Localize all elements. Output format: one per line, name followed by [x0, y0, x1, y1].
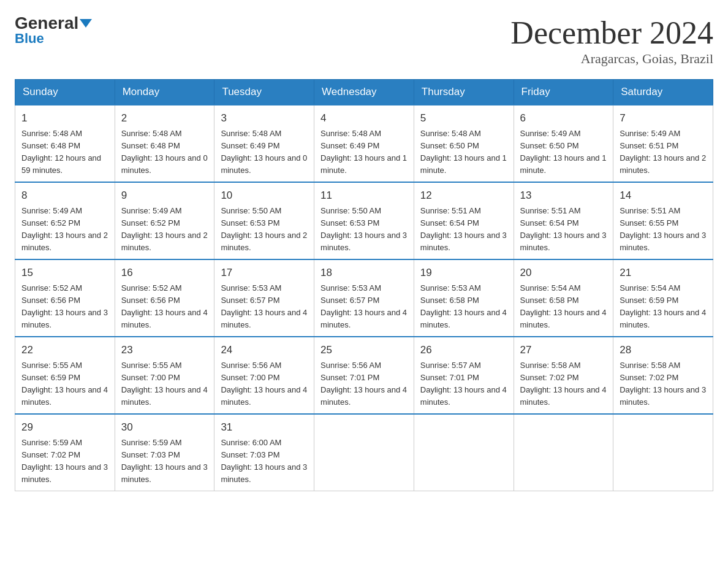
day-header-monday: Monday [115, 80, 214, 105]
day-number: 7 [620, 110, 707, 126]
day-info: Sunrise: 5:48 AMSunset: 6:48 PMDaylight:… [121, 128, 208, 177]
location-title: Aragarcas, Goias, Brazil [510, 51, 713, 67]
calendar-day-cell: 12Sunrise: 5:51 AMSunset: 6:54 PMDayligh… [414, 182, 514, 259]
day-info: Sunrise: 5:58 AMSunset: 7:02 PMDaylight:… [520, 359, 607, 409]
day-info: Sunrise: 5:48 AMSunset: 6:48 PMDaylight:… [21, 128, 108, 177]
day-info: Sunrise: 5:59 AMSunset: 7:02 PMDaylight:… [21, 437, 108, 486]
day-number: 24 [221, 342, 308, 358]
day-info: Sunrise: 5:51 AMSunset: 6:54 PMDaylight:… [420, 205, 507, 255]
calendar-day-cell: 21Sunrise: 5:54 AMSunset: 6:59 PMDayligh… [613, 259, 713, 337]
day-header-wednesday: Wednesday [314, 80, 414, 105]
day-info: Sunrise: 5:49 AMSunset: 6:50 PMDaylight:… [520, 128, 607, 177]
calendar-day-cell: 31Sunrise: 6:00 AMSunset: 7:03 PMDayligh… [214, 414, 314, 491]
day-number: 11 [320, 188, 408, 204]
calendar-day-cell: 3Sunrise: 5:48 AMSunset: 6:49 PMDaylight… [214, 105, 314, 182]
day-info: Sunrise: 5:49 AMSunset: 6:51 PMDaylight:… [620, 128, 707, 177]
day-info: Sunrise: 5:48 AMSunset: 6:50 PMDaylight:… [420, 128, 507, 177]
calendar-day-cell: 15Sunrise: 5:52 AMSunset: 6:56 PMDayligh… [15, 259, 115, 337]
calendar-day-cell: 7Sunrise: 5:49 AMSunset: 6:51 PMDaylight… [613, 105, 713, 182]
day-info: Sunrise: 5:58 AMSunset: 7:02 PMDaylight:… [620, 359, 707, 409]
day-number: 17 [221, 265, 308, 281]
logo-triangle-icon [80, 19, 92, 28]
calendar-day-cell: 9Sunrise: 5:49 AMSunset: 6:52 PMDaylight… [115, 182, 214, 259]
day-info: Sunrise: 5:53 AMSunset: 6:57 PMDaylight:… [221, 282, 308, 332]
day-header-sunday: Sunday [15, 80, 115, 105]
calendar-day-cell: 24Sunrise: 5:56 AMSunset: 7:00 PMDayligh… [214, 337, 314, 414]
day-number: 20 [520, 265, 607, 281]
calendar-empty-cell [414, 414, 514, 491]
day-number: 4 [320, 110, 408, 126]
calendar-day-cell: 23Sunrise: 5:55 AMSunset: 7:00 PMDayligh… [115, 337, 214, 414]
day-info: Sunrise: 5:57 AMSunset: 7:01 PMDaylight:… [420, 359, 507, 409]
day-info: Sunrise: 5:53 AMSunset: 6:58 PMDaylight:… [420, 282, 507, 332]
calendar-day-cell: 6Sunrise: 5:49 AMSunset: 6:50 PMDaylight… [514, 105, 613, 182]
logo-text: General [15, 15, 92, 32]
day-header-tuesday: Tuesday [214, 80, 314, 105]
logo: General Blue [15, 15, 92, 47]
calendar-day-cell: 5Sunrise: 5:48 AMSunset: 6:50 PMDaylight… [414, 105, 514, 182]
day-number: 28 [620, 342, 707, 358]
day-info: Sunrise: 5:56 AMSunset: 7:01 PMDaylight:… [320, 359, 408, 409]
day-number: 18 [320, 265, 408, 281]
calendar-week-row: 1Sunrise: 5:48 AMSunset: 6:48 PMDaylight… [15, 105, 713, 182]
day-header-thursday: Thursday [414, 80, 514, 105]
day-info: Sunrise: 5:52 AMSunset: 6:56 PMDaylight:… [121, 282, 208, 332]
day-number: 5 [420, 110, 507, 126]
day-info: Sunrise: 5:51 AMSunset: 6:54 PMDaylight:… [520, 205, 607, 255]
calendar-empty-cell [314, 414, 414, 491]
calendar-day-cell: 25Sunrise: 5:56 AMSunset: 7:01 PMDayligh… [314, 337, 414, 414]
calendar-day-cell: 2Sunrise: 5:48 AMSunset: 6:48 PMDaylight… [115, 105, 214, 182]
calendar-day-cell: 29Sunrise: 5:59 AMSunset: 7:02 PMDayligh… [15, 414, 115, 491]
day-header-friday: Friday [514, 80, 613, 105]
calendar-week-row: 8Sunrise: 5:49 AMSunset: 6:52 PMDaylight… [15, 182, 713, 259]
day-number: 3 [221, 110, 308, 126]
calendar-day-cell: 16Sunrise: 5:52 AMSunset: 6:56 PMDayligh… [115, 259, 214, 337]
day-info: Sunrise: 5:51 AMSunset: 6:55 PMDaylight:… [620, 205, 707, 255]
day-number: 9 [121, 188, 208, 204]
day-number: 30 [121, 419, 208, 435]
calendar-empty-cell [514, 414, 613, 491]
day-info: Sunrise: 5:49 AMSunset: 6:52 PMDaylight:… [21, 205, 108, 255]
calendar-day-cell: 18Sunrise: 5:53 AMSunset: 6:57 PMDayligh… [314, 259, 414, 337]
title-section: December 2024 Aragarcas, Goias, Brazil [510, 15, 713, 67]
day-info: Sunrise: 5:59 AMSunset: 7:03 PMDaylight:… [121, 437, 208, 486]
calendar-day-cell: 8Sunrise: 5:49 AMSunset: 6:52 PMDaylight… [15, 182, 115, 259]
day-number: 19 [420, 265, 507, 281]
day-info: Sunrise: 5:54 AMSunset: 6:58 PMDaylight:… [520, 282, 607, 332]
day-number: 27 [520, 342, 607, 358]
calendar-week-row: 29Sunrise: 5:59 AMSunset: 7:02 PMDayligh… [15, 414, 713, 491]
day-number: 29 [21, 419, 108, 435]
calendar-day-cell: 13Sunrise: 5:51 AMSunset: 6:54 PMDayligh… [514, 182, 613, 259]
day-number: 21 [620, 265, 707, 281]
month-title: December 2024 [510, 15, 713, 51]
day-number: 8 [21, 188, 108, 204]
day-header-saturday: Saturday [613, 80, 713, 105]
day-number: 13 [520, 188, 607, 204]
calendar-day-cell: 17Sunrise: 5:53 AMSunset: 6:57 PMDayligh… [214, 259, 314, 337]
day-number: 31 [221, 419, 308, 435]
page-header: General Blue December 2024 Aragarcas, Go… [15, 15, 713, 67]
logo-sub: Blue [15, 31, 44, 47]
day-info: Sunrise: 5:56 AMSunset: 7:00 PMDaylight:… [221, 359, 308, 409]
calendar-day-cell: 10Sunrise: 5:50 AMSunset: 6:53 PMDayligh… [214, 182, 314, 259]
day-number: 1 [21, 110, 108, 126]
calendar-day-cell: 14Sunrise: 5:51 AMSunset: 6:55 PMDayligh… [613, 182, 713, 259]
calendar-week-row: 22Sunrise: 5:55 AMSunset: 6:59 PMDayligh… [15, 337, 713, 414]
day-number: 12 [420, 188, 507, 204]
calendar-week-row: 15Sunrise: 5:52 AMSunset: 6:56 PMDayligh… [15, 259, 713, 337]
calendar-day-cell: 11Sunrise: 5:50 AMSunset: 6:53 PMDayligh… [314, 182, 414, 259]
calendar-day-cell: 26Sunrise: 5:57 AMSunset: 7:01 PMDayligh… [414, 337, 514, 414]
day-number: 25 [320, 342, 408, 358]
day-info: Sunrise: 5:50 AMSunset: 6:53 PMDaylight:… [221, 205, 308, 255]
day-info: Sunrise: 5:54 AMSunset: 6:59 PMDaylight:… [620, 282, 707, 332]
day-info: Sunrise: 5:52 AMSunset: 6:56 PMDaylight:… [21, 282, 108, 332]
calendar-day-cell: 30Sunrise: 5:59 AMSunset: 7:03 PMDayligh… [115, 414, 214, 491]
day-info: Sunrise: 6:00 AMSunset: 7:03 PMDaylight:… [221, 437, 308, 486]
day-info: Sunrise: 5:55 AMSunset: 7:00 PMDaylight:… [121, 359, 208, 409]
day-number: 6 [520, 110, 607, 126]
calendar-day-cell: 20Sunrise: 5:54 AMSunset: 6:58 PMDayligh… [514, 259, 613, 337]
day-number: 16 [121, 265, 208, 281]
day-number: 2 [121, 110, 208, 126]
day-number: 23 [121, 342, 208, 358]
day-number: 22 [21, 342, 108, 358]
